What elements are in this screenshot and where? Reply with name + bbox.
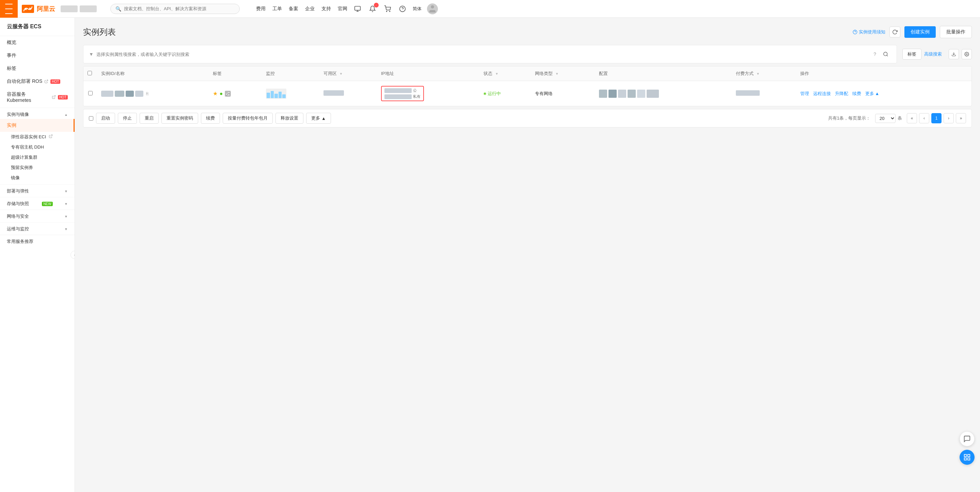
sidebar-item-hpc[interactable]: 超级计算集群 [0, 152, 75, 163]
sidebar-section-recommend[interactable]: 常用服务推荐 [0, 235, 75, 246]
next-page-btn[interactable]: › [943, 113, 954, 123]
page-size-select[interactable]: 20 50 100 [875, 114, 896, 123]
pagination-unit: 条 [897, 115, 902, 121]
filter-help-icon[interactable]: ? [873, 51, 876, 57]
more-bottom-btn[interactable]: 更多 ▲ [306, 113, 331, 124]
settings-icon-btn[interactable] [962, 49, 972, 59]
start-button[interactable]: 启动 [96, 113, 115, 124]
search-input[interactable] [124, 6, 235, 11]
sidebar-section-storage[interactable]: 存储与快照 NEW ▼ [0, 197, 75, 208]
filter-input[interactable] [96, 52, 873, 57]
zone-sort-icon[interactable]: ▼ [339, 72, 342, 76]
restart-button[interactable]: 重启 [140, 113, 159, 124]
bottom-select-all[interactable] [89, 116, 93, 121]
nav-item-website[interactable]: 官网 [338, 6, 347, 12]
instance-id-block-3 [126, 91, 134, 97]
sidebar-item-ros[interactable]: 自动化部署 ROS HOT [0, 75, 75, 88]
floating-buttons [959, 431, 975, 465]
stop-button[interactable]: 停止 [118, 113, 137, 124]
network-sort-icon[interactable]: ▼ [555, 72, 559, 76]
row-checkbox[interactable] [88, 91, 92, 96]
nav-item-icp[interactable]: 备案 [289, 6, 298, 12]
tag-circle-icon[interactable]: ● [220, 91, 223, 97]
settings-icon [964, 52, 969, 57]
grid-float-btn[interactable] [959, 450, 975, 465]
svg-point-1 [25, 8, 27, 10]
svg-line-15 [887, 55, 888, 56]
renew-button[interactable]: 续费 [201, 113, 220, 124]
svg-point-4 [387, 11, 387, 11]
nav-icons: · 简体 [353, 3, 438, 14]
export-icon-btn[interactable] [949, 49, 959, 59]
row-payment [732, 81, 796, 106]
sidebar-collapse-button[interactable]: ‹ [70, 251, 75, 259]
status-sort-icon[interactable]: ▼ [495, 72, 498, 76]
sidebar-item-ddh[interactable]: 专有宿主机 DDH [0, 142, 75, 152]
help-icon-btn[interactable] [398, 4, 407, 14]
filter-dropdown-icon[interactable]: ▼ [89, 51, 94, 57]
prev-page-btn[interactable]: ‹ [919, 113, 929, 123]
batch-operation-button[interactable]: 批量操作 [940, 26, 972, 38]
tag-image-icon[interactable] [225, 91, 231, 97]
config-block-5 [637, 89, 645, 98]
remote-link[interactable]: 远程连接 [813, 91, 831, 97]
sidebar-item-instance[interactable]: 实例 [0, 119, 75, 132]
row-config [595, 81, 732, 106]
current-page-btn[interactable]: 1 [931, 113, 942, 123]
tag-icons-container: ★ ● [213, 90, 258, 97]
sidebar-item-k8s[interactable]: 容器服务 Kubernetes HOT [0, 88, 75, 106]
convert-billing-button[interactable]: 按量付费转包年包月 [223, 113, 273, 124]
lang-switcher[interactable]: 简体 [413, 6, 422, 12]
sidebar-item-events[interactable]: 事件 [0, 49, 75, 62]
nav-item-support[interactable]: 支持 [321, 6, 331, 12]
sidebar-section-network[interactable]: 网络与安全 ▼ [0, 209, 75, 221]
cart-icon-btn[interactable] [383, 4, 392, 14]
cart-icon [384, 5, 391, 12]
bell-badge: · [374, 3, 379, 8]
manage-link[interactable]: 管理 [800, 91, 809, 97]
filter-search-button[interactable] [880, 49, 891, 60]
last-page-btn[interactable]: » [956, 113, 966, 123]
nav-item-ticket[interactable]: 工单 [272, 6, 282, 12]
account-tag-2 [80, 5, 97, 12]
refresh-button[interactable] [889, 27, 900, 37]
release-settings-button[interactable]: 释放设置 [275, 113, 304, 124]
logo[interactable]: 阿里云 [22, 4, 55, 14]
sidebar-section-deploy[interactable]: 部署与弹性 ▼ [0, 184, 75, 196]
nav-item-enterprise[interactable]: 企业 [305, 6, 315, 12]
section-storage-arrow: ▼ [64, 202, 68, 206]
help-link[interactable]: 实例使用须知 [853, 29, 885, 35]
first-page-btn[interactable]: « [907, 113, 917, 123]
monitor-icon-btn[interactable] [353, 4, 362, 14]
instance-table: 实例ID/名称 标签 监控 可用区 ▼ IP地址 [83, 66, 972, 106]
reset-password-button[interactable]: 重置实例密码 [161, 113, 198, 124]
renew-link[interactable]: 续费 [852, 91, 861, 97]
more-actions-link[interactable]: 更多 ▲ [865, 91, 879, 97]
svg-rect-23 [968, 458, 970, 460]
tag-star-icon[interactable]: ★ [213, 90, 218, 97]
tag-filter-button[interactable]: 标签 [902, 49, 921, 60]
sidebar-item-tags[interactable]: 标签 [0, 62, 75, 75]
external-link-icon [44, 79, 48, 83]
sidebar-section-instances[interactable]: 实例与镜像 ▲ [0, 108, 75, 119]
sidebar-section-ops[interactable]: 运维与监控 ▼ [0, 222, 75, 233]
export-icon [951, 52, 956, 57]
monitor-chart[interactable] [266, 89, 315, 99]
sidebar-item-overview[interactable]: 概览 [0, 36, 75, 49]
instance-copy-icon[interactable]: ⎘ [146, 91, 148, 96]
advanced-search-link[interactable]: 高级搜索 [924, 51, 942, 57]
select-all-checkbox[interactable] [88, 71, 92, 75]
payment-sort-icon[interactable]: ▼ [756, 72, 760, 76]
nav-item-cost[interactable]: 费用 [256, 6, 266, 12]
sidebar-item-image[interactable]: 镜像 [0, 173, 75, 183]
sidebar-item-reserved[interactable]: 预留实例券 [0, 163, 75, 173]
chat-float-btn[interactable] [959, 431, 975, 446]
upgrade-link[interactable]: 升降配 [835, 91, 848, 97]
chat-icon [963, 435, 971, 442]
hamburger-menu[interactable] [0, 0, 18, 18]
header-actions: 操作 [796, 66, 972, 81]
bell-icon-btn[interactable]: · [368, 4, 377, 14]
sidebar-item-eci[interactable]: 弹性容器实例 ECI [0, 132, 75, 142]
create-instance-button[interactable]: 创建实例 [904, 26, 936, 38]
user-avatar[interactable] [427, 3, 438, 14]
